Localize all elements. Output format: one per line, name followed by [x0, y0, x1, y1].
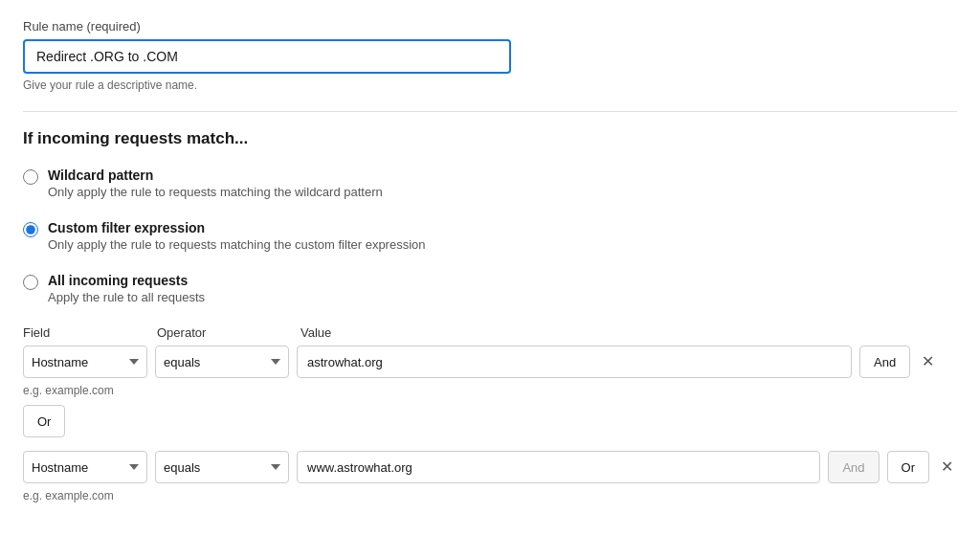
- value-input-2[interactable]: [297, 451, 820, 483]
- radio-all-requests-label: All incoming requests: [48, 273, 205, 288]
- radio-wildcard[interactable]: [23, 169, 38, 185]
- radio-custom-filter-desc: Only apply the rule to requests matching…: [48, 237, 426, 252]
- radio-group: Wildcard pattern Only apply the rule to …: [23, 167, 957, 304]
- radio-wildcard-content: Wildcard pattern Only apply the rule to …: [48, 167, 383, 199]
- radio-custom-filter[interactable]: [23, 222, 38, 237]
- and-button-2[interactable]: And: [828, 451, 879, 483]
- filter-section: Field Operator Value Hostname URI Full U…: [23, 325, 957, 502]
- filter-header-field: Field: [23, 325, 147, 340]
- remove-row-1-button[interactable]: ✕: [918, 354, 938, 369]
- rule-name-section: Rule name (required) Give your rule a de…: [23, 19, 957, 92]
- or-button[interactable]: Or: [23, 405, 65, 437]
- or-button-row: Or: [23, 405, 957, 437]
- value-input-1[interactable]: [297, 346, 852, 378]
- example-text-1: e.g. example.com: [23, 384, 957, 397]
- radio-wildcard-label: Wildcard pattern: [48, 167, 383, 183]
- filter-row-1: Hostname URI Full URI Path URI Query Ref…: [23, 346, 957, 378]
- filter-header-operator: Operator: [157, 325, 291, 340]
- rule-name-label: Rule name (required): [23, 19, 957, 33]
- section-divider: [23, 111, 957, 112]
- example-text-2: e.g. example.com: [23, 489, 957, 502]
- radio-item-wildcard: Wildcard pattern Only apply the rule to …: [23, 167, 957, 199]
- radio-all-requests-desc: Apply the rule to all requests: [48, 290, 205, 304]
- and-button-1[interactable]: And: [859, 346, 910, 378]
- operator-select-2[interactable]: equals contains starts with ends with ma…: [155, 451, 289, 483]
- incoming-requests-section: If incoming requests match... Wildcard p…: [23, 129, 957, 502]
- radio-all-requests[interactable]: [23, 275, 38, 290]
- radio-custom-filter-label: Custom filter expression: [48, 220, 426, 235]
- field-select-2[interactable]: Hostname URI Full URI Path URI Query Ref…: [23, 451, 147, 483]
- filter-row-headers: Field Operator Value: [23, 325, 957, 340]
- operator-select-1[interactable]: equals contains starts with ends with ma…: [155, 346, 289, 378]
- or-button-2[interactable]: Or: [887, 451, 929, 483]
- radio-item-custom-filter: Custom filter expression Only apply the …: [23, 220, 957, 252]
- filter-row-2: Hostname URI Full URI Path URI Query Ref…: [23, 451, 957, 483]
- rule-name-input[interactable]: [23, 39, 511, 74]
- radio-item-all-requests: All incoming requests Apply the rule to …: [23, 273, 957, 304]
- rule-name-helper: Give your rule a descriptive name.: [23, 78, 957, 92]
- remove-row-2-button[interactable]: ✕: [937, 459, 957, 475]
- radio-custom-filter-content: Custom filter expression Only apply the …: [48, 220, 426, 252]
- radio-all-requests-content: All incoming requests Apply the rule to …: [48, 273, 205, 304]
- field-select-1[interactable]: Hostname URI Full URI Path URI Query Ref…: [23, 346, 147, 378]
- section-title: If incoming requests match...: [23, 129, 957, 148]
- radio-wildcard-desc: Only apply the rule to requests matching…: [48, 185, 383, 199]
- filter-header-value: Value: [301, 325, 331, 340]
